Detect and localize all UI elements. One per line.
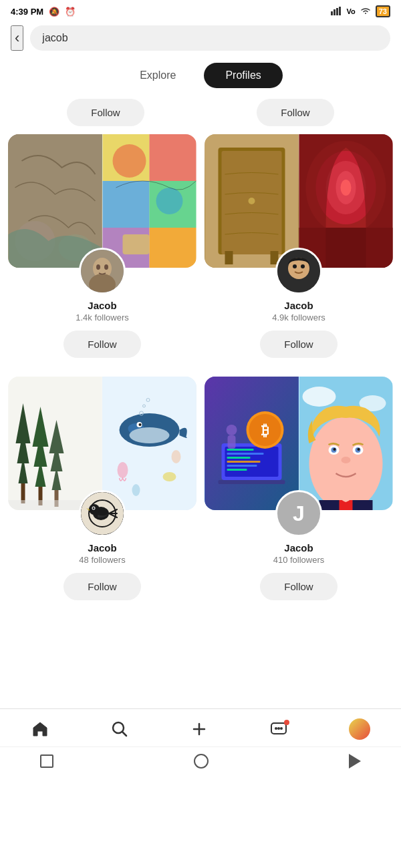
svg-rect-81: [219, 480, 285, 484]
android-nav: [0, 746, 401, 775]
tab-explore[interactable]: Explore: [118, 63, 197, 88]
card-info-3: Jacob 48 followers: [8, 537, 196, 568]
avatar-4: J: [275, 490, 322, 537]
search-input[interactable]: [42, 32, 378, 44]
search-bar: ‹: [0, 20, 401, 56]
nav-search[interactable]: [110, 720, 129, 738]
top-follow-button-right[interactable]: Follow: [257, 99, 333, 126]
svg-point-59: [118, 462, 128, 478]
search-input-wrap[interactable]: [30, 25, 390, 51]
android-back-button[interactable]: [349, 754, 361, 769]
svg-rect-1: [333, 9, 336, 15]
svg-point-97: [342, 457, 351, 463]
bottom-nav: [0, 708, 401, 746]
card-follow-wrap-4: Follow: [205, 568, 393, 611]
profile-card-4: ₿: [205, 377, 393, 611]
avatar-wrap-2: [205, 248, 393, 294]
wifi-icon: [360, 6, 372, 17]
svg-point-57: [139, 423, 142, 426]
back-button[interactable]: ‹: [11, 25, 23, 51]
profile-followers-1: 1.4k followers: [13, 312, 191, 322]
profile-card-2: Jacob 4.9k followers Follow: [205, 134, 393, 369]
nav-add[interactable]: [190, 720, 209, 738]
svg-point-71: [93, 507, 95, 509]
svg-point-103: [277, 727, 280, 730]
profile-name-2: Jacob: [210, 300, 388, 311]
card-info-2: Jacob 4.9k followers: [205, 294, 393, 325]
profile-followers-3: 48 followers: [13, 555, 191, 565]
avatar-1: [79, 248, 126, 294]
profiles-grid: Jacob 1.4k followers Follow: [0, 134, 401, 611]
svg-rect-79: [227, 465, 257, 467]
svg-point-15: [156, 188, 183, 214]
svg-point-21: [104, 264, 108, 270]
svg-point-102: [275, 727, 277, 730]
profile-name-1: Jacob: [13, 300, 191, 311]
svg-rect-78: [227, 461, 261, 463]
follow-button-3[interactable]: Follow: [63, 573, 140, 600]
profile-name-3: Jacob: [13, 542, 191, 554]
avatar-wrap-4: J: [205, 490, 393, 537]
status-bar: 4:39 PM 🔕 ⏰ Vo 73: [0, 0, 401, 20]
svg-point-85: [227, 425, 237, 435]
svg-rect-3: [339, 7, 341, 15]
svg-point-38: [301, 264, 305, 268]
svg-point-20: [96, 264, 100, 270]
svg-point-96: [358, 448, 360, 451]
battery-icon: 73: [376, 5, 390, 17]
nav-profile[interactable]: [349, 718, 370, 740]
svg-text:₿: ₿: [261, 422, 269, 439]
profile-card-3: Jacob 48 followers Follow: [8, 377, 196, 611]
svg-point-62: [172, 450, 181, 463]
tab-profiles[interactable]: Profiles: [204, 63, 282, 88]
profile-avatar-nav: [349, 718, 370, 740]
svg-point-14: [113, 144, 146, 178]
svg-rect-80: [227, 469, 247, 471]
follow-button-4[interactable]: Follow: [260, 573, 337, 600]
svg-point-34: [341, 180, 352, 196]
svg-rect-86: [228, 435, 236, 449]
svg-point-37: [293, 264, 297, 268]
svg-point-58: [130, 427, 170, 443]
svg-point-104: [280, 727, 283, 730]
card-follow-wrap-3: Follow: [8, 568, 196, 611]
avatar-wrap-1: [8, 248, 196, 294]
svg-rect-2: [336, 8, 338, 15]
profile-followers-4: 410 followers: [210, 555, 388, 565]
card-follow-wrap-2: Follow: [205, 325, 393, 369]
svg-point-25: [249, 198, 255, 204]
android-home-button[interactable]: [194, 754, 209, 769]
svg-rect-0: [331, 11, 333, 15]
avatar-wrap-3: [8, 490, 196, 537]
svg-rect-75: [227, 449, 254, 451]
follow-button-2[interactable]: Follow: [260, 331, 337, 358]
avatar-3: [79, 490, 126, 537]
svg-point-60: [163, 472, 176, 481]
follow-button-1[interactable]: Follow: [63, 331, 140, 358]
time: 4:39 PM: [11, 7, 43, 17]
svg-rect-77: [227, 457, 251, 459]
nav-messages[interactable]: [269, 720, 288, 738]
alarm-icon: ⏰: [65, 7, 76, 17]
svg-point-95: [333, 448, 336, 451]
svg-rect-9: [150, 134, 196, 181]
profile-followers-2: 4.9k followers: [210, 312, 388, 322]
card-follow-wrap-1: Follow: [8, 325, 196, 369]
nav-home[interactable]: [31, 720, 49, 738]
vo-label: Vo: [347, 7, 356, 15]
top-follow-row: Follow Follow: [0, 99, 401, 134]
notification-icon: 🔕: [49, 7, 59, 17]
card-info-4: Jacob 410 followers: [205, 537, 393, 568]
tabs: Explore Profiles: [0, 56, 401, 99]
profile-card-1: Jacob 1.4k followers Follow: [8, 134, 196, 369]
profile-name-4: Jacob: [210, 542, 388, 554]
signal-icon: [331, 6, 343, 17]
android-recent-button[interactable]: [40, 754, 53, 768]
svg-rect-10: [103, 181, 150, 228]
top-follow-button-left[interactable]: Follow: [67, 99, 144, 126]
card-info-1: Jacob 1.4k followers: [8, 294, 196, 325]
avatar-2: [275, 248, 322, 294]
svg-point-88: [303, 387, 336, 407]
message-notification-dot: [284, 720, 289, 725]
svg-rect-76: [227, 453, 264, 455]
